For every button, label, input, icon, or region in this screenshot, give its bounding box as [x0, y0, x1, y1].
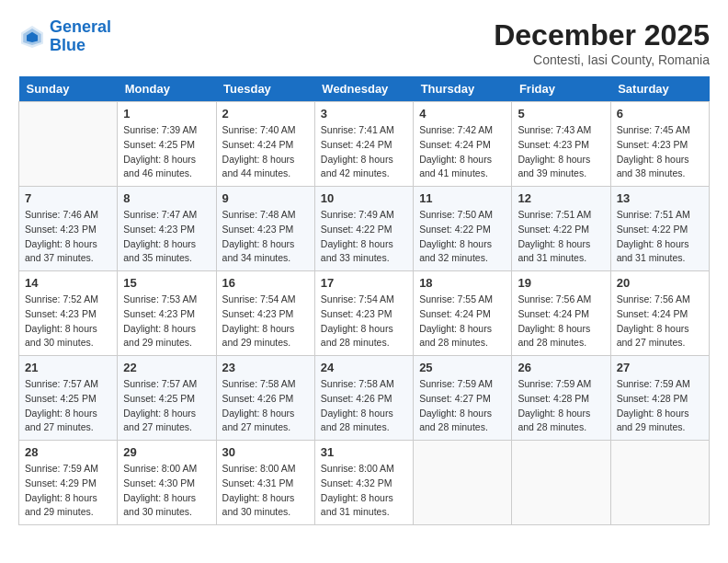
month-title: December 2025: [494, 18, 710, 52]
calendar-cell: [19, 102, 118, 187]
page-header: General Blue December 2025 Contesti, Ias…: [18, 18, 710, 67]
calendar-cell: 19Sunrise: 7:56 AM Sunset: 4:24 PM Dayli…: [512, 271, 610, 356]
calendar-cell: 13Sunrise: 7:51 AM Sunset: 4:22 PM Dayli…: [610, 187, 709, 271]
calendar-cell: 18Sunrise: 7:55 AM Sunset: 4:24 PM Dayli…: [414, 271, 512, 356]
day-number: 3: [321, 107, 407, 121]
day-info: Sunrise: 7:51 AM Sunset: 4:22 PM Dayligh…: [617, 208, 703, 266]
day-number: 15: [123, 276, 210, 290]
title-block: December 2025 Contesti, Iasi County, Rom…: [494, 18, 710, 67]
day-number: 28: [25, 445, 111, 459]
day-info: Sunrise: 8:00 AM Sunset: 4:30 PM Dayligh…: [123, 462, 210, 520]
weekday-tuesday: Tuesday: [216, 76, 314, 102]
calendar-week-row: 1Sunrise: 7:39 AM Sunset: 4:25 PM Daylig…: [19, 102, 710, 187]
day-info: Sunrise: 7:40 AM Sunset: 4:24 PM Dayligh…: [222, 123, 309, 181]
weekday-saturday: Saturday: [610, 76, 709, 102]
day-number: 13: [617, 191, 703, 205]
day-number: 9: [222, 191, 309, 205]
day-number: 10: [321, 191, 407, 205]
logo: General Blue: [18, 18, 111, 55]
day-info: Sunrise: 7:48 AM Sunset: 4:23 PM Dayligh…: [222, 208, 309, 266]
weekday-monday: Monday: [118, 76, 216, 102]
day-number: 7: [25, 191, 111, 205]
calendar-cell: 9Sunrise: 7:48 AM Sunset: 4:23 PM Daylig…: [216, 187, 314, 271]
calendar-cell: 31Sunrise: 8:00 AM Sunset: 4:32 PM Dayli…: [314, 441, 413, 525]
calendar-cell: 27Sunrise: 7:59 AM Sunset: 4:28 PM Dayli…: [610, 356, 709, 441]
calendar-cell: 15Sunrise: 7:53 AM Sunset: 4:23 PM Dayli…: [118, 271, 216, 356]
day-number: 18: [419, 276, 506, 290]
calendar-cell: [512, 441, 610, 525]
day-info: Sunrise: 7:49 AM Sunset: 4:22 PM Dayligh…: [321, 208, 407, 266]
calendar-cell: 2Sunrise: 7:40 AM Sunset: 4:24 PM Daylig…: [216, 102, 314, 187]
calendar-cell: 28Sunrise: 7:59 AM Sunset: 4:29 PM Dayli…: [19, 441, 118, 525]
day-number: 29: [123, 445, 210, 459]
day-info: Sunrise: 7:57 AM Sunset: 4:25 PM Dayligh…: [123, 377, 210, 435]
weekday-friday: Friday: [512, 76, 610, 102]
calendar-cell: 24Sunrise: 7:58 AM Sunset: 4:26 PM Dayli…: [314, 356, 413, 441]
day-info: Sunrise: 7:58 AM Sunset: 4:26 PM Dayligh…: [222, 377, 309, 435]
day-number: 2: [222, 107, 309, 121]
day-number: 5: [518, 107, 604, 121]
day-number: 25: [419, 361, 506, 374]
location: Contesti, Iasi County, Romania: [494, 52, 710, 67]
calendar-cell: [414, 441, 512, 525]
day-number: 8: [123, 191, 210, 205]
calendar-cell: 29Sunrise: 8:00 AM Sunset: 4:30 PM Dayli…: [118, 441, 216, 525]
day-number: 21: [25, 361, 111, 374]
day-number: 20: [617, 276, 703, 290]
day-number: 1: [123, 107, 210, 121]
calendar-cell: [610, 441, 709, 525]
day-number: 27: [617, 361, 703, 374]
calendar-cell: 22Sunrise: 7:57 AM Sunset: 4:25 PM Dayli…: [118, 356, 216, 441]
calendar-cell: 4Sunrise: 7:42 AM Sunset: 4:24 PM Daylig…: [414, 102, 512, 187]
calendar-cell: 16Sunrise: 7:54 AM Sunset: 4:23 PM Dayli…: [216, 271, 314, 356]
calendar-cell: 5Sunrise: 7:43 AM Sunset: 4:23 PM Daylig…: [512, 102, 610, 187]
day-info: Sunrise: 7:53 AM Sunset: 4:23 PM Dayligh…: [123, 293, 210, 350]
day-number: 4: [419, 107, 506, 121]
day-number: 31: [321, 445, 407, 459]
calendar-cell: 25Sunrise: 7:59 AM Sunset: 4:27 PM Dayli…: [414, 356, 512, 441]
day-info: Sunrise: 8:00 AM Sunset: 4:31 PM Dayligh…: [222, 462, 309, 520]
day-number: 14: [25, 276, 111, 290]
day-info: Sunrise: 7:47 AM Sunset: 4:23 PM Dayligh…: [123, 208, 210, 266]
calendar-cell: 30Sunrise: 8:00 AM Sunset: 4:31 PM Dayli…: [216, 441, 314, 525]
weekday-thursday: Thursday: [414, 76, 512, 102]
day-info: Sunrise: 7:54 AM Sunset: 4:23 PM Dayligh…: [321, 293, 407, 350]
calendar-cell: 8Sunrise: 7:47 AM Sunset: 4:23 PM Daylig…: [118, 187, 216, 271]
calendar-cell: 6Sunrise: 7:45 AM Sunset: 4:23 PM Daylig…: [610, 102, 709, 187]
logo-text: General Blue: [50, 18, 111, 55]
calendar-cell: 11Sunrise: 7:50 AM Sunset: 4:22 PM Dayli…: [414, 187, 512, 271]
day-number: 16: [222, 276, 309, 290]
day-number: 19: [518, 276, 604, 290]
day-number: 11: [419, 191, 506, 205]
calendar-cell: 7Sunrise: 7:46 AM Sunset: 4:23 PM Daylig…: [19, 187, 118, 271]
calendar-table: SundayMondayTuesdayWednesdayThursdayFrid…: [18, 76, 710, 525]
day-info: Sunrise: 7:52 AM Sunset: 4:23 PM Dayligh…: [25, 293, 111, 350]
day-info: Sunrise: 7:56 AM Sunset: 4:24 PM Dayligh…: [617, 293, 703, 350]
day-info: Sunrise: 7:46 AM Sunset: 4:23 PM Dayligh…: [25, 208, 111, 266]
day-info: Sunrise: 8:00 AM Sunset: 4:32 PM Dayligh…: [321, 462, 407, 520]
day-number: 17: [321, 276, 407, 290]
day-number: 23: [222, 361, 309, 374]
day-number: 24: [321, 361, 407, 374]
calendar-cell: 1Sunrise: 7:39 AM Sunset: 4:25 PM Daylig…: [118, 102, 216, 187]
day-number: 6: [617, 107, 703, 121]
day-info: Sunrise: 7:57 AM Sunset: 4:25 PM Dayligh…: [25, 377, 111, 435]
day-number: 22: [123, 361, 210, 374]
day-info: Sunrise: 7:39 AM Sunset: 4:25 PM Dayligh…: [123, 123, 210, 181]
day-info: Sunrise: 7:45 AM Sunset: 4:23 PM Dayligh…: [617, 123, 703, 181]
day-info: Sunrise: 7:41 AM Sunset: 4:24 PM Dayligh…: [321, 123, 407, 181]
day-number: 30: [222, 445, 309, 459]
day-info: Sunrise: 7:59 AM Sunset: 4:28 PM Dayligh…: [617, 377, 703, 435]
logo-icon: [18, 23, 46, 51]
day-info: Sunrise: 7:42 AM Sunset: 4:24 PM Dayligh…: [419, 123, 506, 181]
day-info: Sunrise: 7:59 AM Sunset: 4:29 PM Dayligh…: [25, 462, 111, 520]
calendar-cell: 21Sunrise: 7:57 AM Sunset: 4:25 PM Dayli…: [19, 356, 118, 441]
calendar-cell: 14Sunrise: 7:52 AM Sunset: 4:23 PM Dayli…: [19, 271, 118, 356]
day-info: Sunrise: 7:59 AM Sunset: 4:28 PM Dayligh…: [518, 377, 604, 435]
calendar-cell: 20Sunrise: 7:56 AM Sunset: 4:24 PM Dayli…: [610, 271, 709, 356]
calendar-week-row: 28Sunrise: 7:59 AM Sunset: 4:29 PM Dayli…: [19, 441, 710, 525]
calendar-week-row: 14Sunrise: 7:52 AM Sunset: 4:23 PM Dayli…: [19, 271, 710, 356]
weekday-header-row: SundayMondayTuesdayWednesdayThursdayFrid…: [19, 76, 710, 102]
calendar-cell: 10Sunrise: 7:49 AM Sunset: 4:22 PM Dayli…: [314, 187, 413, 271]
day-info: Sunrise: 7:54 AM Sunset: 4:23 PM Dayligh…: [222, 293, 309, 350]
